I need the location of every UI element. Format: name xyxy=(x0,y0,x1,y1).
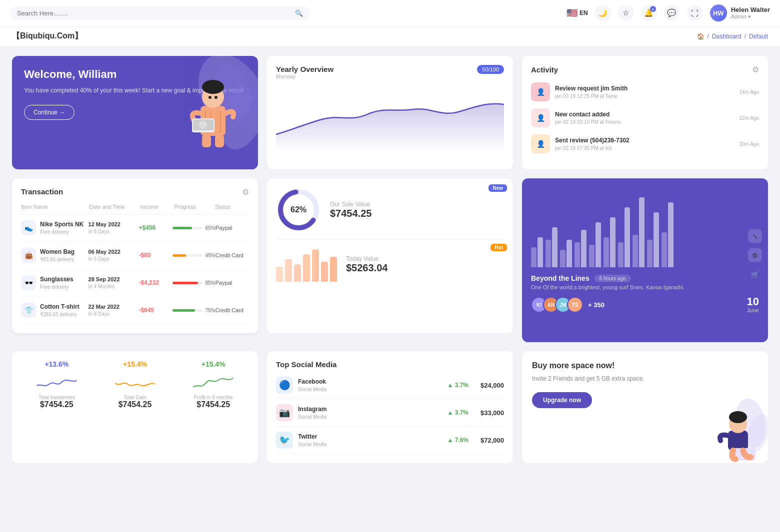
dark-mode-toggle[interactable]: 🌙 xyxy=(595,5,611,21)
bar-outer-6 xyxy=(624,207,630,267)
upgrade-button[interactable]: Upgrade now xyxy=(532,392,592,408)
bar-outer-8 xyxy=(654,212,659,267)
activity-card: Activity ⚙ 👤 Review request jim Smith ja… xyxy=(522,56,768,169)
sale-section: 62% Our Sale Value $7454.25 New xyxy=(276,187,504,240)
item-name-col: 👟 Nike Sports NK Free delivery xyxy=(21,220,88,235)
item-icon: 👕 xyxy=(21,303,36,318)
bar-group-6 xyxy=(618,207,630,267)
activity-settings-icon[interactable]: ⚙ xyxy=(752,65,759,74)
plus-count: + 350 xyxy=(588,301,604,309)
progress-bar-wrap xyxy=(172,309,202,312)
item-name-col: 👜 Women Bag ₹83.65 delivery xyxy=(21,248,88,263)
sale-value: $7454.25 xyxy=(330,208,372,219)
today-label: Today Value xyxy=(346,255,388,262)
metric-label-1: Total Gain xyxy=(100,395,171,400)
transaction-rows: 👟 Nike Sports NK Free delivery 12 May 20… xyxy=(21,214,249,324)
bar-inner-9 xyxy=(662,232,667,267)
top-nav: 🔍 🇺🇸 EN 🌙 ☆ 🔔 4 💬 ⛶ HW Helen Walter Admi… xyxy=(0,0,780,26)
chart-settings-icon[interactable]: ⚙ xyxy=(748,248,762,262)
yearly-chart xyxy=(276,84,504,149)
chart-cart-icon[interactable]: 🛒 xyxy=(748,267,762,281)
svg-rect-21 xyxy=(728,431,748,451)
buyspace-desc: Invite 2 Friends and get 5 GB extra spac… xyxy=(532,374,758,383)
activity-list: 👤 Review request jim Smith jan 03 19 12:… xyxy=(531,82,759,153)
expand-button[interactable]: ⛶ xyxy=(687,5,703,21)
metric-pct-0: +13.6% xyxy=(21,360,92,368)
income-col: -$645 xyxy=(138,307,172,314)
main-content: Welcome, William You have completed 40% … xyxy=(0,47,780,351)
user-info[interactable]: HW Helen Walter Admin ▾ xyxy=(710,4,770,21)
lang-label: EN xyxy=(580,9,588,16)
donut-percent: 62% xyxy=(290,205,306,214)
notification-badge: 4 xyxy=(650,6,656,12)
star-button[interactable]: ☆ xyxy=(618,5,634,21)
transaction-settings-icon[interactable]: ⚙ xyxy=(242,187,249,197)
bar-group-0 xyxy=(531,237,543,267)
col-income: Income xyxy=(140,204,174,210)
bar-inner-0 xyxy=(531,247,536,267)
item-name-text: Women Bag ₹83.65 delivery xyxy=(40,248,74,263)
today-value: $5263.04 xyxy=(346,262,388,274)
bar-group-5 xyxy=(604,217,616,267)
social-pct-2: ▲ 7.6% xyxy=(447,437,468,444)
activity-item-2: 👤 Sent review (504)236-7302 jan 02 19 07… xyxy=(531,134,759,153)
svg-point-11 xyxy=(214,96,218,99)
svg-point-10 xyxy=(208,96,212,99)
social-amount-0: $24,000 xyxy=(480,382,504,389)
avatar-row: KIANJMTS + 350 10 June xyxy=(531,296,759,313)
activity-item-1: 👤 New contact added jan 02 19 03:10 PM a… xyxy=(531,108,759,127)
today-bar-6 xyxy=(330,257,337,282)
col-progress: Progress xyxy=(174,204,215,210)
search-input[interactable] xyxy=(17,9,291,17)
today-bar-5 xyxy=(321,262,328,282)
notification-button[interactable]: 🔔 4 xyxy=(641,5,657,21)
progress-pct: 65% xyxy=(206,225,216,231)
hot-badge: Hot xyxy=(490,244,507,251)
bar-inner-8 xyxy=(647,240,652,267)
donut-chart: 62% xyxy=(276,187,321,232)
chart-resize-icon[interactable]: ⤡ xyxy=(748,229,762,243)
lang-button[interactable]: 🇺🇸 EN xyxy=(566,7,588,18)
sparkline-0 xyxy=(21,373,92,393)
nav-right: 🇺🇸 EN 🌙 ☆ 🔔 4 💬 ⛶ HW Helen Walter Admin … xyxy=(566,4,770,21)
beyond-time: 6 hours ago xyxy=(594,275,631,282)
metric-pct-2: +15.4% xyxy=(178,360,249,368)
sale-info: Our Sale Value $7454.25 xyxy=(330,201,372,219)
item-name-text: Sunglasses Free delivery xyxy=(40,276,74,290)
table-row: 🕶️ Sunglasses Free delivery 28 Sep 2022 … xyxy=(21,269,249,297)
today-bar-0 xyxy=(276,267,283,282)
date-col: 12 May 2022 In 6 Days xyxy=(88,221,139,235)
search-bar[interactable]: 🔍 xyxy=(10,6,310,20)
table-header: Item Name Date and Time Income Progress … xyxy=(21,200,249,214)
progress-pct: 45% xyxy=(206,253,216,258)
date-col: 22 Mar 2022 In 8 Days xyxy=(88,304,139,317)
progress-col: 65% xyxy=(172,225,216,231)
activity-time-0: 14m Ago xyxy=(740,89,759,95)
date-col: 28 Sep 2022 In 4 Months xyxy=(88,276,139,290)
social-name-0: Facebook Social Media xyxy=(298,378,326,393)
progress-bar-fill xyxy=(172,282,198,284)
metric-value-1: $7454.25 xyxy=(100,400,171,409)
activity-avatar-0: 👤 xyxy=(531,82,550,101)
bar-outer-9 xyxy=(668,202,674,267)
today-bar-3 xyxy=(303,254,310,282)
sale-label: Our Sale Value xyxy=(330,201,372,208)
bar-inner-2 xyxy=(560,250,566,267)
progress-bar-fill xyxy=(172,309,195,312)
bar-group-8 xyxy=(647,212,659,267)
metrics-card: +13.6% Total Investment $7454.25 +15.4% … xyxy=(12,351,258,463)
breadcrumb-dashboard[interactable]: Dashboard xyxy=(712,33,742,40)
social-name-2: Twitter Social Media xyxy=(298,433,326,448)
table-row: 👜 Women Bag ₹83.65 delivery 06 May 2022 … xyxy=(21,242,249,269)
col-date: Date and Time xyxy=(89,204,140,210)
social-amount-2: $72,000 xyxy=(480,437,504,444)
today-info: Today Value $5263.04 xyxy=(346,255,388,274)
bar-outer-1 xyxy=(552,227,558,267)
date-col: 06 May 2022 In 5 Days xyxy=(88,249,139,262)
continue-button[interactable]: Continue → xyxy=(24,105,74,120)
bar-inner-1 xyxy=(546,240,551,267)
welcome-illustration xyxy=(173,61,253,141)
barchart-card: ⤡ ⚙ 🛒 Beyond the Lines 6 hours ago One O… xyxy=(522,178,768,342)
date-month: June xyxy=(747,307,759,313)
chat-button[interactable]: 💬 xyxy=(664,5,680,21)
